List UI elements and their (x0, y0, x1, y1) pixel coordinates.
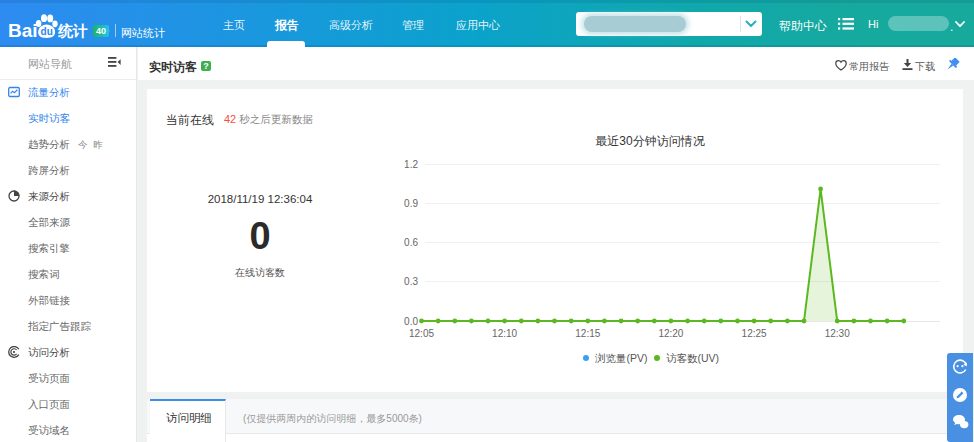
svg-text:访客数(UV): 访客数(UV) (666, 352, 719, 364)
svg-text:浏览量(PV): 浏览量(PV) (595, 352, 648, 364)
svg-text:0.3: 0.3 (404, 276, 418, 287)
svg-text:1.2: 1.2 (404, 159, 418, 170)
svg-text:0.6: 0.6 (404, 237, 418, 248)
svg-text:12:25: 12:25 (742, 328, 767, 339)
svg-text:12:15: 12:15 (575, 328, 600, 339)
svg-text:12:10: 12:10 (492, 328, 517, 339)
svg-text:12:05: 12:05 (409, 328, 434, 339)
svg-text:du: du (41, 26, 53, 37)
svg-text:0.9: 0.9 (404, 198, 418, 209)
svg-text:12:30: 12:30 (825, 328, 850, 339)
svg-text:0.0: 0.0 (404, 316, 418, 327)
svg-text:最近30分钟访问情况: 最近30分钟访问情况 (595, 134, 704, 148)
svg-text:12:20: 12:20 (658, 328, 683, 339)
